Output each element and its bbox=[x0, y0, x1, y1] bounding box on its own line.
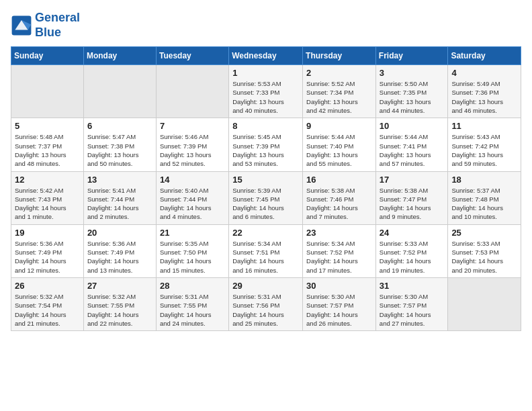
calendar-cell: 28Sunrise: 5:31 AM Sunset: 7:55 PM Dayli… bbox=[156, 277, 228, 330]
cell-info: Sunrise: 5:34 AM Sunset: 7:51 PM Dayligh… bbox=[232, 239, 299, 275]
day-number: 26 bbox=[15, 281, 80, 291]
calendar-cell: 29Sunrise: 5:31 AM Sunset: 7:56 PM Dayli… bbox=[229, 277, 303, 330]
calendar-cell: 21Sunrise: 5:35 AM Sunset: 7:50 PM Dayli… bbox=[156, 224, 228, 277]
calendar-cell: 18Sunrise: 5:37 AM Sunset: 7:48 PM Dayli… bbox=[448, 171, 521, 224]
calendar-cell: 23Sunrise: 5:34 AM Sunset: 7:52 PM Dayli… bbox=[303, 224, 376, 277]
calendar-cell bbox=[156, 65, 228, 118]
calendar-cell: 16Sunrise: 5:38 AM Sunset: 7:46 PM Dayli… bbox=[303, 171, 376, 224]
calendar-cell: 9Sunrise: 5:44 AM Sunset: 7:40 PM Daylig… bbox=[303, 118, 376, 171]
calendar-cell: 7Sunrise: 5:46 AM Sunset: 7:39 PM Daylig… bbox=[156, 118, 228, 171]
day-number: 6 bbox=[87, 121, 152, 131]
cell-info: Sunrise: 5:32 AM Sunset: 7:54 PM Dayligh… bbox=[15, 292, 80, 328]
calendar-cell: 22Sunrise: 5:34 AM Sunset: 7:51 PM Dayli… bbox=[229, 224, 303, 277]
day-number: 14 bbox=[160, 175, 225, 185]
day-number: 20 bbox=[87, 228, 152, 238]
cell-info: Sunrise: 5:43 AM Sunset: 7:42 PM Dayligh… bbox=[451, 132, 517, 168]
day-number: 8 bbox=[232, 121, 299, 131]
calendar-cell: 25Sunrise: 5:33 AM Sunset: 7:53 PM Dayli… bbox=[448, 224, 521, 277]
calendar-cell: 6Sunrise: 5:47 AM Sunset: 7:38 PM Daylig… bbox=[83, 118, 156, 171]
cell-info: Sunrise: 5:38 AM Sunset: 7:47 PM Dayligh… bbox=[380, 186, 445, 222]
cell-info: Sunrise: 5:39 AM Sunset: 7:45 PM Dayligh… bbox=[232, 186, 299, 222]
day-number: 11 bbox=[451, 121, 517, 131]
calendar-cell: 2Sunrise: 5:52 AM Sunset: 7:34 PM Daylig… bbox=[303, 65, 376, 118]
calendar-cell: 24Sunrise: 5:33 AM Sunset: 7:52 PM Dayli… bbox=[375, 224, 448, 277]
day-number: 10 bbox=[380, 121, 445, 131]
day-number: 22 bbox=[232, 228, 299, 238]
cell-info: Sunrise: 5:31 AM Sunset: 7:55 PM Dayligh… bbox=[160, 292, 225, 328]
calendar-week-row: 1Sunrise: 5:53 AM Sunset: 7:33 PM Daylig… bbox=[11, 65, 521, 118]
cell-info: Sunrise: 5:34 AM Sunset: 7:52 PM Dayligh… bbox=[306, 239, 372, 275]
day-number: 27 bbox=[87, 281, 152, 291]
calendar-week-row: 12Sunrise: 5:42 AM Sunset: 7:43 PM Dayli… bbox=[11, 171, 521, 224]
calendar-cell: 8Sunrise: 5:45 AM Sunset: 7:39 PM Daylig… bbox=[229, 118, 303, 171]
calendar-cell: 15Sunrise: 5:39 AM Sunset: 7:45 PM Dayli… bbox=[229, 171, 303, 224]
cell-info: Sunrise: 5:30 AM Sunset: 7:57 PM Dayligh… bbox=[306, 292, 372, 328]
calendar-cell: 26Sunrise: 5:32 AM Sunset: 7:54 PM Dayli… bbox=[11, 277, 84, 330]
cell-info: Sunrise: 5:41 AM Sunset: 7:44 PM Dayligh… bbox=[87, 186, 152, 222]
cell-info: Sunrise: 5:32 AM Sunset: 7:55 PM Dayligh… bbox=[87, 292, 152, 328]
cell-info: Sunrise: 5:44 AM Sunset: 7:40 PM Dayligh… bbox=[306, 132, 372, 168]
day-number: 9 bbox=[306, 121, 372, 131]
weekday-header-wednesday: Wednesday bbox=[229, 47, 303, 65]
calendar-cell: 31Sunrise: 5:30 AM Sunset: 7:57 PM Dayli… bbox=[375, 277, 448, 330]
calendar-cell: 12Sunrise: 5:42 AM Sunset: 7:43 PM Dayli… bbox=[11, 171, 84, 224]
calendar-cell: 10Sunrise: 5:44 AM Sunset: 7:41 PM Dayli… bbox=[375, 118, 448, 171]
day-number: 30 bbox=[306, 281, 372, 291]
calendar-cell bbox=[11, 65, 84, 118]
calendar-cell: 30Sunrise: 5:30 AM Sunset: 7:57 PM Dayli… bbox=[303, 277, 376, 330]
cell-info: Sunrise: 5:36 AM Sunset: 7:49 PM Dayligh… bbox=[15, 239, 80, 275]
day-number: 18 bbox=[451, 175, 517, 185]
cell-info: Sunrise: 5:48 AM Sunset: 7:37 PM Dayligh… bbox=[15, 132, 80, 168]
cell-info: Sunrise: 5:33 AM Sunset: 7:53 PM Dayligh… bbox=[451, 239, 517, 275]
cell-info: Sunrise: 5:35 AM Sunset: 7:50 PM Dayligh… bbox=[160, 239, 225, 275]
calendar-table: SundayMondayTuesdayWednesdayThursdayFrid… bbox=[11, 46, 521, 331]
calendar-cell: 1Sunrise: 5:53 AM Sunset: 7:33 PM Daylig… bbox=[229, 65, 303, 118]
day-number: 23 bbox=[306, 228, 372, 238]
weekday-header-tuesday: Tuesday bbox=[156, 47, 228, 65]
cell-info: Sunrise: 5:46 AM Sunset: 7:39 PM Dayligh… bbox=[160, 132, 225, 168]
calendar-cell: 11Sunrise: 5:43 AM Sunset: 7:42 PM Dayli… bbox=[448, 118, 521, 171]
cell-info: Sunrise: 5:30 AM Sunset: 7:57 PM Dayligh… bbox=[380, 292, 445, 328]
page-header: General Blue bbox=[11, 11, 521, 40]
cell-info: Sunrise: 5:40 AM Sunset: 7:44 PM Dayligh… bbox=[160, 186, 225, 222]
day-number: 21 bbox=[160, 228, 225, 238]
day-number: 31 bbox=[380, 281, 445, 291]
cell-info: Sunrise: 5:44 AM Sunset: 7:41 PM Dayligh… bbox=[380, 132, 445, 168]
logo: General Blue bbox=[11, 11, 80, 40]
cell-info: Sunrise: 5:49 AM Sunset: 7:36 PM Dayligh… bbox=[451, 79, 517, 115]
cell-info: Sunrise: 5:37 AM Sunset: 7:48 PM Dayligh… bbox=[451, 186, 517, 222]
cell-info: Sunrise: 5:36 AM Sunset: 7:49 PM Dayligh… bbox=[87, 239, 152, 275]
calendar-week-row: 26Sunrise: 5:32 AM Sunset: 7:54 PM Dayli… bbox=[11, 277, 521, 330]
calendar-cell: 27Sunrise: 5:32 AM Sunset: 7:55 PM Dayli… bbox=[83, 277, 156, 330]
day-number: 24 bbox=[380, 228, 445, 238]
cell-info: Sunrise: 5:47 AM Sunset: 7:38 PM Dayligh… bbox=[87, 132, 152, 168]
day-number: 15 bbox=[232, 175, 299, 185]
cell-info: Sunrise: 5:31 AM Sunset: 7:56 PM Dayligh… bbox=[232, 292, 299, 328]
cell-info: Sunrise: 5:50 AM Sunset: 7:35 PM Dayligh… bbox=[380, 79, 445, 115]
weekday-header-row: SundayMondayTuesdayWednesdayThursdayFrid… bbox=[11, 47, 521, 65]
logo-text: General Blue bbox=[35, 11, 80, 40]
calendar-cell: 4Sunrise: 5:49 AM Sunset: 7:36 PM Daylig… bbox=[448, 65, 521, 118]
day-number: 25 bbox=[451, 228, 517, 238]
day-number: 16 bbox=[306, 175, 372, 185]
day-number: 3 bbox=[380, 68, 445, 78]
cell-info: Sunrise: 5:38 AM Sunset: 7:46 PM Dayligh… bbox=[306, 186, 372, 222]
day-number: 2 bbox=[306, 68, 372, 78]
calendar-cell: 20Sunrise: 5:36 AM Sunset: 7:49 PM Dayli… bbox=[83, 224, 156, 277]
day-number: 12 bbox=[15, 175, 80, 185]
calendar-week-row: 5Sunrise: 5:48 AM Sunset: 7:37 PM Daylig… bbox=[11, 118, 521, 171]
calendar-cell: 13Sunrise: 5:41 AM Sunset: 7:44 PM Dayli… bbox=[83, 171, 156, 224]
calendar-cell: 5Sunrise: 5:48 AM Sunset: 7:37 PM Daylig… bbox=[11, 118, 84, 171]
calendar-cell: 14Sunrise: 5:40 AM Sunset: 7:44 PM Dayli… bbox=[156, 171, 228, 224]
weekday-header-thursday: Thursday bbox=[303, 47, 376, 65]
cell-info: Sunrise: 5:53 AM Sunset: 7:33 PM Dayligh… bbox=[232, 79, 299, 115]
calendar-cell bbox=[83, 65, 156, 118]
day-number: 1 bbox=[232, 68, 299, 78]
calendar-cell: 17Sunrise: 5:38 AM Sunset: 7:47 PM Dayli… bbox=[375, 171, 448, 224]
day-number: 19 bbox=[15, 228, 80, 238]
day-number: 5 bbox=[15, 121, 80, 131]
weekday-header-friday: Friday bbox=[375, 47, 448, 65]
cell-info: Sunrise: 5:45 AM Sunset: 7:39 PM Dayligh… bbox=[232, 132, 299, 168]
calendar-cell bbox=[448, 277, 521, 330]
day-number: 7 bbox=[160, 121, 225, 131]
